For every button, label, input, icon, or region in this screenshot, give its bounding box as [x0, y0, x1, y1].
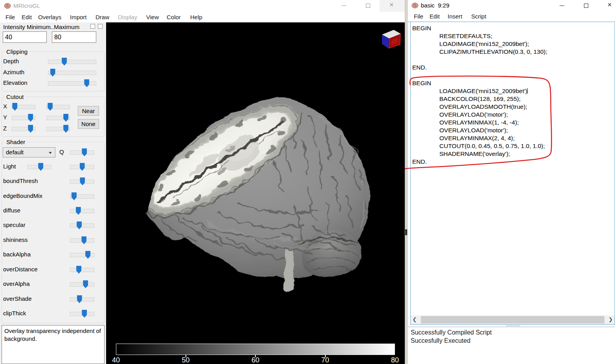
- menu-item-insert[interactable]: Insert: [448, 11, 463, 22]
- close-icon: ×: [608, 1, 612, 9]
- orientation-cube[interactable]: [378, 27, 403, 52]
- intensity-max-input[interactable]: [52, 31, 96, 43]
- script-line: CUTOUT(0.0, 0.45, 0.5, 0.75, 1.0, 1.0);: [411, 142, 615, 150]
- slider-label-light: Light: [3, 163, 16, 170]
- slider-label-q: Q: [59, 148, 64, 155]
- colorbar-tick-label: 50: [182, 356, 189, 364]
- slider-label-overAlpha: overAlpha: [3, 280, 30, 287]
- intensity-checkbox-1[interactable]: [90, 24, 95, 29]
- splitter-handle[interactable]: [506, 325, 520, 326]
- brain-render: [106, 22, 405, 364]
- shader-dropdown-value: default: [6, 149, 24, 155]
- slider-label-azimuth: Azimuth: [3, 69, 24, 75]
- menu-item-edit[interactable]: Edit: [22, 12, 32, 22]
- shader-dropdown[interactable]: default: [3, 147, 55, 157]
- menu-item-view[interactable]: View: [146, 12, 159, 22]
- slider-label-overDistance: overDistance: [3, 266, 38, 273]
- scroll-left-icon[interactable]: ❮: [411, 315, 419, 324]
- script-line: CLIPAZIMUTHELEVATION(0.3, 0, 130);: [411, 48, 615, 56]
- menu-item-file[interactable]: File: [6, 12, 15, 22]
- colorbar-tick-label: 60: [252, 356, 259, 364]
- menu-item-draw[interactable]: Draw: [95, 12, 109, 22]
- mricrogl-window: MRIcroGL × FileEditOverlaysImportDrawDis…: [0, 0, 405, 364]
- slider-label-specular: specular: [3, 221, 26, 228]
- status-panel: Successfully Compiled Script Succesfully…: [408, 327, 615, 364]
- intensity-checkbox-2[interactable]: [98, 24, 103, 29]
- script-line: OVERLAYMINMAX(2, 4, 4);: [411, 134, 615, 142]
- slider-diffuse-track[interactable]: [70, 209, 94, 213]
- titlebar: basic 9:29 ×: [408, 0, 615, 11]
- slider-label-backAlpha: backAlpha: [3, 251, 31, 258]
- titlebar: MRIcroGL ×: [0, 0, 405, 12]
- near-button[interactable]: Near: [78, 106, 99, 116]
- window-title: basic 9:29: [421, 2, 450, 9]
- slider-overDistance-track[interactable]: [70, 268, 94, 272]
- text-cursor: [527, 88, 528, 94]
- minimize-button[interactable]: [332, 0, 356, 12]
- slider-specular-track[interactable]: [70, 223, 94, 228]
- menu-item-edit[interactable]: Edit: [430, 11, 440, 22]
- slider-backAlpha-track[interactable]: [70, 253, 94, 257]
- slider-label-edgeBoundMix: edgeBoundMix: [3, 192, 42, 199]
- shader-group-label: Shader: [5, 139, 27, 145]
- none-button[interactable]: None: [78, 119, 99, 129]
- menubar: FileEditOverlaysImportDrawDisplayViewCol…: [0, 12, 405, 22]
- menu-item-display[interactable]: Display: [118, 12, 137, 22]
- slider-label-cutout-z: Z: [3, 125, 7, 132]
- horizontal-scrollbar[interactable]: ❮ ❯: [411, 315, 615, 324]
- minimize-icon: [341, 5, 346, 6]
- desktop: MRIcroGL × FileEditOverlaysImportDrawDis…: [0, 0, 615, 364]
- script-line: LOADIMAGE('mni152_2009bet');: [411, 40, 615, 48]
- menu-item-color[interactable]: Color: [167, 12, 181, 22]
- close-icon: ×: [389, 1, 394, 9]
- menu-item-script[interactable]: Script: [471, 11, 486, 22]
- menubar: FileEditInsertScript: [408, 11, 615, 22]
- script-line: BACKCOLOR(128, 169, 255);: [411, 95, 615, 103]
- script-line: [411, 56, 615, 64]
- slider-label-diffuse: diffuse: [3, 207, 20, 214]
- window-edge-artifact: [405, 229, 407, 235]
- script-line: END.: [411, 158, 615, 166]
- slider-label-shininess: shininess: [3, 236, 28, 243]
- control-panel: Intensity Minimum..Maximum Clipping Cuto…: [0, 22, 106, 364]
- maximize-button[interactable]: [574, 0, 598, 12]
- script-editor[interactable]: BEGINRESETDEFAULTS;LOADIMAGE('mni152_200…: [410, 22, 615, 325]
- script-line: BEGIN: [411, 24, 615, 32]
- script-line: OVERLAYLOAD('motor');: [411, 126, 615, 134]
- window-title: MRIcroGL: [13, 2, 40, 9]
- cutout-group-label: Cutout: [5, 93, 25, 100]
- status-line: Succesfully Executed: [411, 337, 612, 345]
- script-line: SHADERNAME('overlay');: [411, 150, 615, 158]
- scroll-right-icon[interactable]: ❯: [607, 315, 615, 324]
- script-window: basic 9:29 × FileEditInsertScript BEGINR…: [408, 0, 615, 364]
- close-button[interactable]: ×: [380, 0, 405, 12]
- slider-overAlpha-track[interactable]: [70, 282, 94, 287]
- script-line: [411, 71, 615, 79]
- maximize-icon: [366, 4, 370, 8]
- scrollbar-thumb[interactable]: [421, 316, 604, 324]
- brain-icon: [4, 2, 11, 9]
- intensity-label: Intensity Minimum..Maximum: [3, 24, 79, 30]
- script-line: OVERLAYLOAD('motor');: [411, 111, 615, 119]
- script-line: OVERLAYLOADSMOOTH(true);: [411, 103, 615, 111]
- intensity-min-input[interactable]: [3, 31, 47, 43]
- slider-label-cutout-y: Y: [3, 114, 7, 121]
- render-viewport[interactable]: 4050607080: [106, 22, 405, 364]
- menu-item-import[interactable]: Import: [70, 12, 87, 22]
- slider-overShade-track[interactable]: [70, 297, 94, 302]
- status-line: Successfully Compiled Script: [411, 328, 612, 337]
- slider-label-cutout-x: X: [3, 103, 7, 110]
- chevron-down-icon: [49, 152, 52, 154]
- clipping-group-label: Clipping: [5, 48, 29, 55]
- maximize-button[interactable]: [356, 0, 380, 12]
- slider-depth-track[interactable]: [48, 60, 96, 64]
- script-line: RESETDEFAULTS;: [411, 32, 615, 40]
- slider-label-elevation: Elevation: [3, 79, 28, 86]
- menu-item-overlays[interactable]: Overlays: [38, 12, 61, 22]
- menu-item-help[interactable]: Help: [190, 12, 202, 22]
- menu-item-file[interactable]: File: [414, 11, 423, 22]
- colorbar-tick-label: 70: [321, 356, 329, 364]
- close-button[interactable]: ×: [598, 0, 615, 12]
- intensity-colorbar: [116, 344, 395, 355]
- minimize-button[interactable]: [550, 0, 574, 12]
